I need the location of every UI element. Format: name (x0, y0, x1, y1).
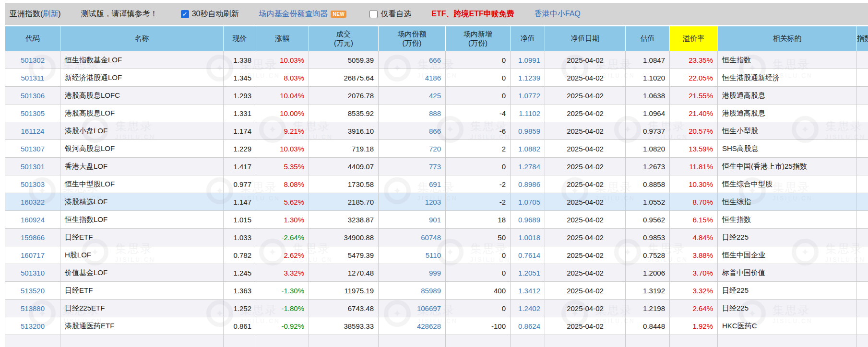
nav-date: 2025-04-02 (545, 158, 626, 175)
nav-link[interactable]: 1.2051 (511, 264, 545, 282)
related-index: 日经225 (718, 282, 857, 300)
nav-date: 2025-04-02 (545, 246, 626, 264)
nav-link[interactable]: 1.0882 (511, 140, 545, 158)
nav-date: 2025-04-02 (545, 282, 626, 300)
table-row: 501310价值基金LOF1.2453.32%1270.4899901.2051… (5, 264, 868, 282)
fund-name: 日经ETF (60, 229, 224, 246)
column-header-相关标的[interactable]: 相关标的 (718, 26, 857, 51)
column-header-名称[interactable]: 名称 (60, 26, 224, 51)
current-price: 1.338 (224, 51, 256, 69)
watch-only-label: 仅看自选 (380, 9, 411, 19)
nav-link[interactable]: 0.7614 (511, 246, 545, 264)
shares-link[interactable]: 666 (379, 51, 446, 69)
change-percent: -2.64% (256, 229, 309, 246)
shares-link[interactable]: 1203 (379, 193, 446, 211)
column-header-场内新增[interactable]: 场内新增(万份) (446, 26, 511, 51)
column-header-clipped[interactable]: 指数 (857, 26, 868, 51)
nav-link[interactable]: 0.8986 (511, 175, 545, 193)
shares-link[interactable]: 5110 (379, 246, 446, 264)
nav-link (511, 335, 545, 347)
shares-link[interactable]: 85989 (379, 282, 446, 300)
column-header-溢价率[interactable]: 溢价率 (670, 26, 718, 51)
current-price: 1.229 (224, 140, 256, 158)
volume: 5059.39 (309, 51, 379, 69)
code-link[interactable]: 513880 (5, 300, 60, 317)
premium-rate: 21.40% (670, 104, 718, 122)
shares-link[interactable]: 428628 (379, 317, 446, 335)
code-link[interactable]: 501303 (5, 175, 60, 193)
code-link[interactable]: 501305 (5, 104, 60, 122)
shares-link[interactable]: 4186 (379, 69, 446, 87)
change-percent: -0.92% (256, 317, 309, 335)
volume: 1270.48 (309, 264, 379, 282)
nav-link[interactable]: 1.1239 (511, 69, 545, 87)
volume: 26875.64 (309, 69, 379, 87)
shares-link[interactable]: 60748 (379, 229, 446, 246)
shares-link[interactable]: 999 (379, 264, 446, 282)
premium-rate: 2.64% (670, 300, 718, 317)
column-header-场内份额[interactable]: 场内份额(万份) (379, 26, 446, 51)
table-row: 501301香港大盘LOF1.4175.35%4409.0777301.2784… (5, 158, 868, 175)
code-link[interactable]: 513200 (5, 317, 60, 335)
shares-link[interactable]: 901 (379, 211, 446, 229)
code-link[interactable]: 501310 (5, 264, 60, 282)
shares-link[interactable]: 720 (379, 140, 446, 158)
column-header-现价[interactable]: 现价 (224, 26, 256, 51)
shares-link[interactable]: 425 (379, 87, 446, 104)
column-header-净值[interactable]: 净值 (511, 26, 545, 51)
shares-link[interactable]: 106697 (379, 300, 446, 317)
refresh-link[interactable]: 刷新 (43, 10, 58, 18)
column-header-估值[interactable]: 估值 (626, 26, 670, 51)
code-link[interactable]: 159866 (5, 229, 60, 246)
nav-link[interactable]: 1.3412 (511, 282, 545, 300)
clipped-cell (857, 193, 868, 211)
shares-link[interactable]: 888 (379, 104, 446, 122)
shares-link[interactable]: 691 (379, 175, 446, 193)
auto-refresh-checkbox[interactable]: ✓ (181, 10, 189, 18)
current-price: 1.293 (224, 87, 256, 104)
code-link[interactable]: 501311 (5, 69, 60, 87)
nav-link[interactable]: 1.0705 (511, 193, 545, 211)
current-price: 1.015 (224, 211, 256, 229)
hk-faq-link[interactable]: 香港中小FAQ (535, 9, 581, 19)
nav-link[interactable]: 0.9859 (511, 122, 545, 140)
code-link[interactable]: 501301 (5, 158, 60, 175)
column-header-净值日期[interactable]: 净值日期 (545, 26, 626, 51)
nav-link[interactable]: 1.1102 (511, 104, 545, 122)
code-link[interactable]: 161124 (5, 122, 60, 140)
premium-rate: 13.59% (670, 140, 718, 158)
premium-rate: 8.70% (670, 193, 718, 211)
nav-link[interactable]: 0.8624 (511, 317, 545, 335)
volume: 8535.92 (309, 104, 379, 122)
nav-link[interactable]: 1.2784 (511, 158, 545, 175)
code-link[interactable]: 160717 (5, 246, 60, 264)
nav-link[interactable]: 1.0018 (511, 229, 545, 246)
code-link[interactable]: 160924 (5, 211, 60, 229)
column-header-涨幅[interactable]: 涨幅 (256, 26, 309, 51)
current-price: 1.417 (224, 158, 256, 175)
shares-link[interactable]: 773 (379, 158, 446, 175)
column-header-代码[interactable]: 代码 (5, 26, 60, 51)
nav-link[interactable]: 1.0991 (511, 51, 545, 69)
fund-name: 香港大盘LOF (60, 158, 224, 175)
code-link[interactable]: 501302 (5, 51, 60, 69)
code-link[interactable]: 513520 (5, 282, 60, 300)
fund-name: 日经225ETF (60, 300, 224, 317)
code-link[interactable]: 501307 (5, 140, 60, 158)
table-header-row: 代码名称现价涨幅成交(万元)场内份额(万份)场内新增(万份)净值净值日期估值溢价… (5, 26, 868, 51)
code-link[interactable]: 160322 (5, 193, 60, 211)
estimate: 1.2673 (626, 158, 670, 175)
nav-link[interactable]: 1.0772 (511, 87, 545, 104)
nav-link[interactable]: 1.2402 (511, 300, 545, 317)
estimate: 1.2198 (626, 300, 670, 317)
nav-link[interactable]: 0.9689 (511, 211, 545, 229)
watch-only-checkbox[interactable] (369, 10, 378, 18)
share-query-link[interactable]: 场内基金份额查询器 (259, 9, 328, 19)
column-header-成交[interactable]: 成交(万元) (309, 26, 379, 51)
clipped-cell (857, 229, 868, 246)
code-link[interactable]: 501306 (5, 87, 60, 104)
shares-link[interactable]: 866 (379, 122, 446, 140)
estimate: 0.8858 (626, 175, 670, 193)
etf-free-redemption-link[interactable]: ETF、跨境ETF申赎免费 (431, 9, 514, 19)
estimate: 1.1020 (626, 69, 670, 87)
